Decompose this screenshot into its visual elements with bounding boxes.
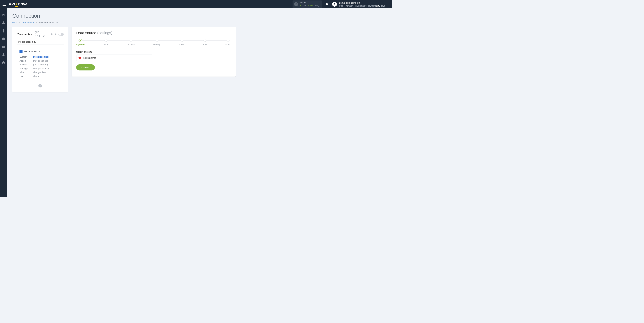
sidebar	[0, 8, 7, 197]
step-dot	[105, 39, 107, 42]
username: demo_apix-drive_s3	[339, 1, 385, 4]
home-icon[interactable]	[2, 13, 5, 16]
chevron-down-icon	[148, 57, 150, 59]
svg-rect-3	[4, 24, 5, 24]
bell-icon[interactable]	[325, 3, 328, 6]
logo-text-1: API	[9, 2, 15, 6]
ds-row[interactable]: Access(not specified)	[19, 63, 61, 67]
dollar-icon[interactable]	[2, 29, 5, 32]
breadcrumb: Main / Connections / New connection 26	[12, 21, 387, 24]
hamburger-menu[interactable]	[3, 3, 6, 6]
step-settings[interactable]: Settings	[153, 39, 161, 46]
selected-system-text: Rocket.Chat	[83, 57, 146, 59]
user-block[interactable]: demo_apix-drive_s3 Plan |Premium PRO| le…	[339, 1, 385, 7]
step-finish[interactable]: Finish	[225, 39, 231, 46]
breadcrumb-connections[interactable]: Connections	[22, 21, 34, 24]
ds-row[interactable]: Filterchange filter	[19, 70, 61, 74]
data-source-title: 1 DATA SOURCE	[19, 50, 61, 53]
connection-card: Connection (ID: 44159) New connection 26…	[12, 27, 68, 92]
step-label: Access	[127, 43, 135, 46]
ds-row-value: check	[33, 74, 39, 78]
ds-row-key: Action	[19, 59, 33, 63]
actions-counter[interactable]: i Actions: 322 of 100'000 (0%)	[293, 0, 322, 8]
ds-row[interactable]: System(not specified)	[19, 55, 61, 59]
ds-row[interactable]: Settingschange settings	[19, 67, 61, 71]
step-test[interactable]: Test	[203, 39, 207, 46]
help-icon[interactable]	[2, 61, 5, 64]
step-access[interactable]: Access	[127, 39, 135, 46]
ds-row-value: change filter	[33, 70, 46, 74]
data-source-settings-card: Data source (settings) SystemActionAcces…	[72, 27, 236, 77]
svg-rect-1	[2, 24, 3, 24]
content: Connection Main / Connections / New conn…	[7, 8, 392, 197]
ds-row-value: (not specified)	[33, 63, 48, 67]
ds-row-key: System	[19, 55, 33, 59]
avatar[interactable]	[332, 2, 337, 7]
step-label: Action	[103, 43, 109, 46]
ds-row-key: Test	[19, 74, 33, 78]
logo-text-2: Drive	[18, 2, 27, 6]
ds-row-key: Filter	[19, 70, 33, 74]
chevron-down-icon[interactable]	[388, 3, 390, 5]
step-system[interactable]: System	[76, 39, 85, 46]
ds-row-value: change settings	[33, 67, 49, 71]
step-label: System	[76, 43, 85, 46]
step-dot	[204, 39, 206, 42]
breadcrumb-current: New connection 26	[39, 21, 58, 24]
connection-toggle[interactable]	[58, 33, 64, 36]
rocketchat-icon	[78, 56, 81, 59]
ds-row-value: (not specified)	[33, 55, 49, 59]
actions-text: Actions: 322 of 100'000 (0%)	[300, 1, 319, 7]
select-system-dropdown[interactable]: Rocket.Chat	[76, 55, 152, 61]
step-label: Finish	[225, 43, 231, 46]
stepper: SystemActionAccessSettingsFilterTestFini…	[76, 39, 231, 46]
ds-row-value: (not specified)	[33, 59, 48, 63]
ds-row[interactable]: Testcheck	[19, 74, 61, 78]
ds-row-key: Access	[19, 63, 33, 67]
ds-row-key: Settings	[19, 67, 33, 71]
step-label: Test	[203, 43, 207, 46]
right-title: Data source (settings)	[76, 31, 231, 35]
step-filter[interactable]: Filter	[179, 39, 184, 46]
ds-row[interactable]: Action(not specified)	[19, 59, 61, 63]
step-dot	[227, 39, 229, 42]
breadcrumb-main[interactable]: Main	[12, 21, 17, 24]
add-step-button[interactable]: +	[38, 84, 42, 87]
plan-info: Plan |Premium PRO| left until payment 29…	[339, 4, 385, 7]
data-source-badge: 1	[19, 50, 22, 53]
continue-button[interactable]: Continue	[76, 64, 95, 70]
logo[interactable]: APIXDrive	[9, 2, 27, 6]
sitemap-icon[interactable]	[2, 21, 5, 24]
connection-name: New connection 26	[17, 40, 64, 45]
step-dot	[130, 39, 132, 42]
svg-rect-0	[3, 22, 4, 22]
step-dot	[181, 39, 183, 42]
svg-rect-2	[3, 24, 4, 24]
connection-header: Connection (ID: 44159)	[17, 30, 64, 38]
user-icon	[333, 3, 336, 6]
logo-x: X	[15, 2, 18, 6]
topbar: APIXDrive i Actions: 322 of 100'000 (0%)…	[0, 0, 392, 8]
briefcase-icon[interactable]	[2, 37, 5, 40]
select-system-label: Select system	[76, 50, 231, 53]
step-label: Settings	[153, 43, 161, 46]
step-dot	[156, 39, 158, 42]
step-action[interactable]: Action	[103, 39, 109, 46]
user-icon-sidebar[interactable]	[2, 53, 5, 56]
clipboard-icon[interactable]	[51, 33, 53, 36]
step-dot	[79, 39, 82, 42]
page-title: Connection	[12, 13, 387, 19]
info-icon: i	[294, 2, 298, 6]
youtube-icon[interactable]	[2, 45, 5, 48]
gear-icon[interactable]	[54, 33, 57, 36]
data-source-box: 1 DATA SOURCE System(not specified)Actio…	[17, 47, 64, 81]
step-label: Filter	[179, 43, 184, 46]
